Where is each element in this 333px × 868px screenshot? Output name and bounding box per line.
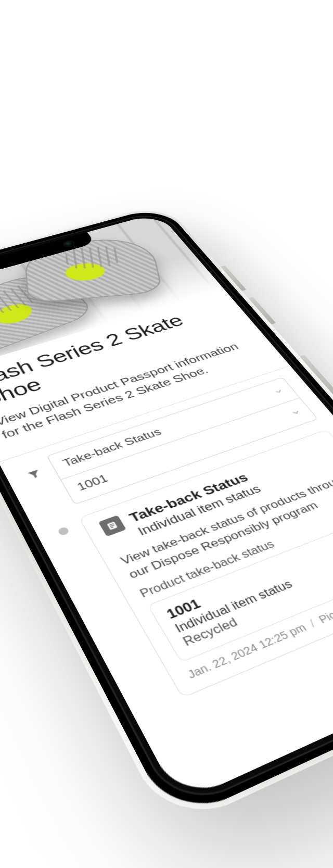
chevron-down-icon xyxy=(272,387,286,396)
svg-rect-2 xyxy=(110,524,114,526)
camera-icon xyxy=(63,240,74,247)
document-icon xyxy=(98,514,126,536)
item-id: 1001 xyxy=(164,525,333,622)
item-status-subcard[interactable]: 1001 Individual item status Recycled xyxy=(147,513,333,662)
app-screen: Flash Series 2 Skate Shoe View Digital P… xyxy=(0,212,333,803)
card-description: View take-back status of products throug… xyxy=(118,471,333,583)
card-subtitle: Individual item status xyxy=(135,482,264,539)
item-label: Individual item status xyxy=(173,537,333,635)
svg-rect-0 xyxy=(107,521,118,530)
card-section-label: Product take-back status xyxy=(138,499,333,600)
svg-rect-1 xyxy=(109,523,114,525)
chevron-down-icon xyxy=(289,407,303,417)
item-status: Recycled xyxy=(181,549,333,648)
svg-rect-3 xyxy=(111,526,114,527)
card-timestamp: Jan. 22, 2024 12:25 pm xyxy=(185,621,309,681)
